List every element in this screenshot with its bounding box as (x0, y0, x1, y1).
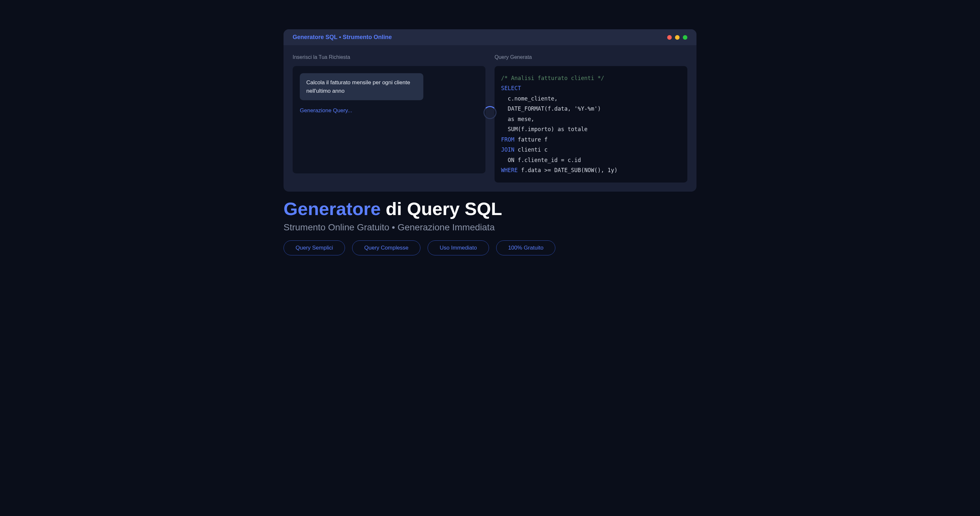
window-header: Generatore SQL • Strumento Online (283, 29, 697, 45)
input-label: Inserisci la Tua Richiesta (293, 54, 485, 60)
code-keyword-select: SELECT (501, 85, 521, 91)
code-line: ON f.cliente_id = c.id (501, 157, 581, 163)
input-panel[interactable]: Calcola il fatturato mensile per ogni cl… (293, 66, 485, 174)
pill-query-complesse[interactable]: Query Complesse (352, 240, 420, 255)
feature-pills: Query Semplici Query Complesse Uso Immed… (283, 240, 697, 255)
user-request-bubble: Calcola il fatturato mensile per ogni cl… (300, 73, 423, 100)
output-label: Query Generata (495, 54, 687, 60)
pill-uso-immediato[interactable]: Uso Immediato (428, 240, 489, 255)
traffic-lights (667, 35, 687, 40)
maximize-icon[interactable] (683, 35, 687, 40)
code-line: f.data >= DATE_SUB(NOW(), 1y) (518, 167, 617, 174)
spinner-icon (484, 106, 496, 119)
generating-status: Generazione Query... (300, 107, 478, 114)
close-icon[interactable] (667, 35, 672, 40)
code-line: fatture f (514, 136, 547, 143)
title-rest: di Query SQL (381, 199, 502, 219)
output-pane: Query Generata /* Analisi fatturato clie… (495, 54, 687, 183)
hero-section: Generatore di Query SQL Strumento Online… (283, 199, 697, 255)
code-line: SUM(f.importo) as totale (501, 126, 587, 132)
code-line: as mese, (501, 116, 534, 122)
title-accent: Generatore (283, 199, 381, 219)
code-line: DATE_FORMAT(f.data, '%Y-%m') (501, 105, 601, 112)
pill-query-semplici[interactable]: Query Semplici (283, 240, 345, 255)
window-body: Inserisci la Tua Richiesta Calcola il fa… (283, 45, 697, 192)
loading-spinner (484, 106, 496, 119)
pill-gratuito[interactable]: 100% Gratuito (496, 240, 556, 255)
generated-query-code[interactable]: /* Analisi fatturato clienti */ SELECT c… (495, 66, 687, 183)
code-keyword-join: JOIN (501, 147, 514, 153)
page-title: Generatore di Query SQL (283, 199, 697, 219)
app-window: Generatore SQL • Strumento Online Inseri… (283, 29, 697, 192)
input-pane: Inserisci la Tua Richiesta Calcola il fa… (293, 54, 485, 183)
minimize-icon[interactable] (675, 35, 679, 40)
window-title: Generatore SQL • Strumento Online (293, 34, 392, 41)
code-line: clienti c (514, 147, 547, 153)
code-comment: /* Analisi fatturato clienti */ (501, 75, 604, 81)
page-subtitle: Strumento Online Gratuito • Generazione … (283, 222, 697, 233)
code-keyword-where: WHERE (501, 167, 518, 174)
code-keyword-from: FROM (501, 136, 514, 143)
code-line: c.nome_cliente, (501, 96, 558, 102)
